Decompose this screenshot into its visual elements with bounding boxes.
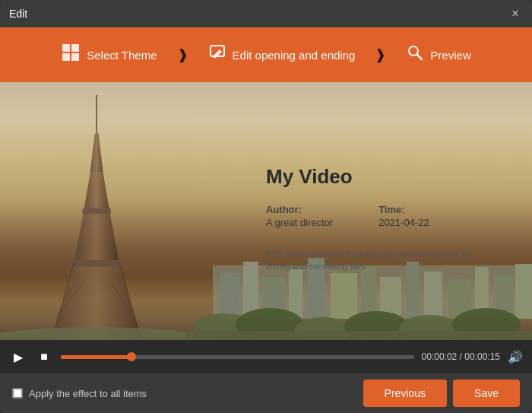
save-button[interactable]: Save	[453, 380, 520, 407]
edit-icon	[208, 43, 226, 66]
window-title: Edit	[9, 8, 508, 20]
bottom-bar: Apply the effect to all items Previous S…	[0, 373, 532, 413]
select-theme-button[interactable]: Select Theme	[47, 27, 170, 82]
arrow-icon-1: ❱	[171, 46, 195, 63]
edit-opening-ending-button[interactable]: Edit opening and ending	[195, 27, 369, 82]
previous-button[interactable]: Previous	[363, 380, 447, 407]
time-separator: /	[457, 351, 464, 362]
close-button[interactable]: ×	[508, 6, 523, 21]
video-description: PVC mainly provides the best and profess…	[266, 248, 479, 273]
progress-thumb[interactable]	[127, 352, 136, 361]
video-overlay: My Video Author: A great director Time: …	[0, 82, 532, 340]
svg-line-6	[417, 55, 422, 59]
stop-button[interactable]: ■	[35, 348, 53, 366]
current-time: 00:00:02	[422, 351, 458, 362]
video-meta-row: Author: A great director Time: 2021-04-2…	[266, 204, 509, 228]
play-button[interactable]: ▶	[9, 348, 27, 366]
preview-button[interactable]: Preview	[392, 27, 484, 82]
preview-icon	[406, 43, 424, 66]
apply-effect-label: Apply the effect to all items	[29, 388, 147, 399]
theme-icon	[61, 43, 81, 67]
total-time: 00:00:15	[464, 351, 500, 362]
volume-button[interactable]: 🔊	[508, 350, 523, 364]
time-value: 2021-04-22	[378, 217, 429, 228]
title-bar: Edit ×	[0, 0, 532, 27]
apply-effect-checkbox[interactable]	[12, 388, 23, 399]
author-label: Author:	[266, 204, 333, 215]
svg-rect-3	[71, 53, 79, 61]
time-label: Time:	[378, 204, 429, 215]
video-preview: My Video Author: A great director Time: …	[0, 82, 532, 340]
select-theme-label: Select Theme	[87, 49, 157, 62]
checkbox-area: Apply the effect to all items	[12, 388, 363, 399]
progress-bar[interactable]	[61, 355, 414, 359]
preview-label: Preview	[430, 49, 470, 62]
toolbar: Select Theme ❱ Edit opening and ending ❱…	[0, 27, 532, 82]
video-title: My Video	[266, 165, 509, 189]
arrow-icon-2: ❱	[369, 46, 392, 63]
time-col: Time: 2021-04-22	[378, 204, 429, 228]
main-window: Edit × Select Theme ❱ Edi	[0, 0, 532, 413]
author-value: A great director	[266, 217, 333, 228]
svg-rect-1	[71, 44, 79, 52]
progress-fill	[61, 355, 131, 359]
author-col: Author: A great director	[266, 204, 333, 228]
edit-opening-ending-label: Edit opening and ending	[233, 49, 356, 62]
svg-rect-0	[62, 44, 70, 52]
svg-rect-2	[62, 53, 70, 61]
time-display: 00:00:02 / 00:00:15	[422, 351, 500, 362]
controls-bar: ▶ ■ 00:00:02 / 00:00:15 🔊	[0, 340, 532, 373]
